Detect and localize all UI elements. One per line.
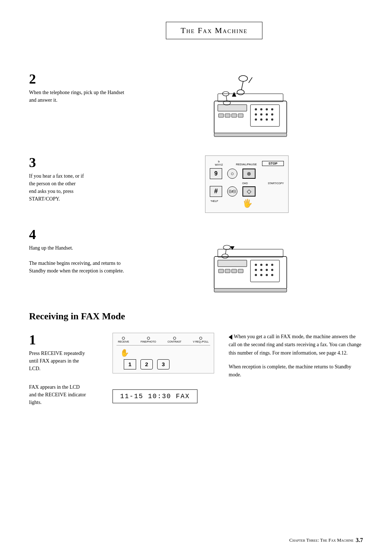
svg-point-36 [255, 269, 257, 271]
receive-indicator: RECEIVE [118, 337, 129, 343]
svg-point-2 [237, 90, 244, 95]
svg-point-12 [260, 113, 262, 116]
fax-mode-step1-number: 1 [29, 333, 105, 347]
stop-label: STOP [262, 161, 284, 166]
svg-point-15 [255, 118, 257, 121]
title-box: The Fax Machine [166, 22, 263, 39]
svg-rect-45 [219, 269, 224, 273]
footer-chapter: Chapter Three: The Fax Machine [289, 537, 354, 543]
svg-rect-23 [238, 114, 243, 117]
svg-point-34 [266, 264, 268, 266]
step-4-left: 4 Hang up the Handset. The machine begin… [29, 227, 131, 275]
wxyz-label: WXY/Z [210, 163, 228, 166]
step-3-text: If you hear a fax tone, or if the person… [29, 172, 131, 203]
fax-mode-section: Receiving in FAX Mode 1 Press RECEIVE re… [29, 311, 363, 406]
svg-line-51 [225, 250, 226, 254]
step-2-number: 2 [29, 72, 131, 86]
step-2-text: When the telephone rings, pick up the Ha… [29, 89, 131, 104]
step-4-image [131, 227, 363, 296]
fax-mode-step1-panel: RECEIVE FINE/PHOTO CONTRAST V REQ./ [113, 333, 221, 403]
contrast-indicator: CONTRAST [167, 337, 181, 343]
footer: Chapter Three: The Fax Machine 3.7 [0, 537, 392, 543]
svg-point-25 [223, 101, 230, 105]
svg-line-3 [249, 77, 252, 83]
svg-point-11 [255, 113, 257, 116]
hand-receive-icon: ✋ [120, 348, 210, 357]
lcd-display: 11-15 10:30 FAX [113, 389, 197, 403]
page: The Fax Machine 2 When the telephone rin… [0, 0, 392, 558]
start-copy-button[interactable]: ◇ [242, 186, 256, 197]
svg-marker-28 [232, 92, 236, 97]
svg-point-40 [255, 274, 257, 276]
svg-rect-46 [225, 269, 230, 273]
keypad-row: 1 2 3 [117, 359, 210, 369]
step-3-number: 3 [29, 155, 131, 169]
hash-button[interactable]: # [210, 186, 222, 197]
svg-line-26 [226, 96, 227, 101]
step-4-section: 4 Hang up the Handset. The machine begin… [29, 227, 363, 296]
triangle-bullet [229, 335, 232, 340]
svg-point-0 [239, 76, 248, 81]
key-3-button[interactable]: 3 [157, 359, 170, 369]
svg-point-7 [255, 108, 257, 110]
key-2-button[interactable]: 2 [140, 359, 153, 369]
svg-point-32 [255, 264, 257, 266]
svg-point-39 [271, 269, 273, 271]
ohd-label: OHD [242, 182, 248, 185]
fine-photo-indicator: FINE/PHOTO [140, 337, 156, 343]
redial-label: REDIAL/PAUSE [236, 163, 254, 166]
page-title: The Fax Machine [181, 26, 248, 35]
svg-rect-44 [218, 260, 247, 267]
svg-point-17 [266, 118, 268, 121]
svg-point-33 [260, 264, 262, 266]
hand-icon: 🖐 [242, 199, 284, 208]
svg-rect-31 [250, 260, 279, 282]
step-3-image: b WXY/Z REDIAL/PAUSE STOP 9 ○ ⊗ [131, 155, 363, 213]
section-heading: Receiving in FAX Mode [29, 311, 363, 322]
step-4-number: 4 [29, 227, 131, 241]
svg-point-43 [271, 274, 273, 276]
svg-rect-47 [232, 269, 237, 273]
svg-point-38 [266, 269, 268, 271]
footer-page-number: 3.7 [356, 537, 363, 543]
start-copy-label: START/COPY [268, 182, 284, 185]
svg-point-16 [260, 118, 262, 121]
svg-point-52 [222, 254, 228, 258]
step-2-image [131, 72, 363, 141]
key-1-button[interactable]: 1 [124, 359, 136, 369]
fax-mode-note-1: When you get a call in FAX mode, the mac… [229, 333, 363, 357]
svg-point-37 [260, 269, 262, 271]
svg-rect-49 [214, 288, 287, 292]
redial-button[interactable]: ○ [227, 169, 237, 179]
svg-rect-21 [225, 114, 230, 117]
svg-point-8 [260, 108, 262, 110]
svg-point-13 [266, 113, 268, 116]
svg-point-14 [271, 113, 273, 116]
svg-point-18 [271, 118, 273, 121]
step-4-text: Hang up the Handset. The machine begins … [29, 244, 131, 275]
lcd-display-container: 11-15 10:30 FAX [113, 382, 221, 403]
fax-mode-notes: When you get a call in FAX mode, the mac… [229, 333, 363, 379]
svg-point-42 [266, 274, 268, 276]
lcd-label-group: FAX appears in the LCD and the RECEIVE i… [29, 383, 105, 406]
svg-rect-22 [232, 114, 237, 117]
ohd-button[interactable]: ((ø)) [227, 186, 237, 197]
fax-mode-step1-left: 1 Press RECEIVE repeatedly until FAX app… [29, 333, 105, 406]
svg-point-9 [266, 108, 268, 110]
fax-machine-step4-icon [200, 227, 294, 296]
svg-point-10 [271, 108, 273, 110]
svg-point-50 [223, 245, 230, 250]
fax-mode-note-2: When reception is complete, the machine … [229, 363, 363, 379]
svg-line-1 [241, 81, 243, 90]
step-3-section: 3 If you hear a fax tone, or if the pers… [29, 155, 363, 213]
svg-rect-24 [214, 133, 287, 137]
stop-button[interactable]: ⊗ [242, 169, 256, 179]
key-9-button[interactable]: 9 [210, 168, 222, 179]
svg-rect-20 [219, 114, 224, 117]
step-3-left: 3 If you hear a fax tone, or if the pers… [29, 155, 131, 203]
svg-rect-30 [218, 249, 283, 257]
fax-mode-row: 1 Press RECEIVE repeatedly until FAX app… [29, 333, 363, 406]
svg-point-41 [260, 274, 262, 276]
svg-rect-48 [238, 269, 243, 273]
svg-rect-19 [218, 105, 247, 111]
